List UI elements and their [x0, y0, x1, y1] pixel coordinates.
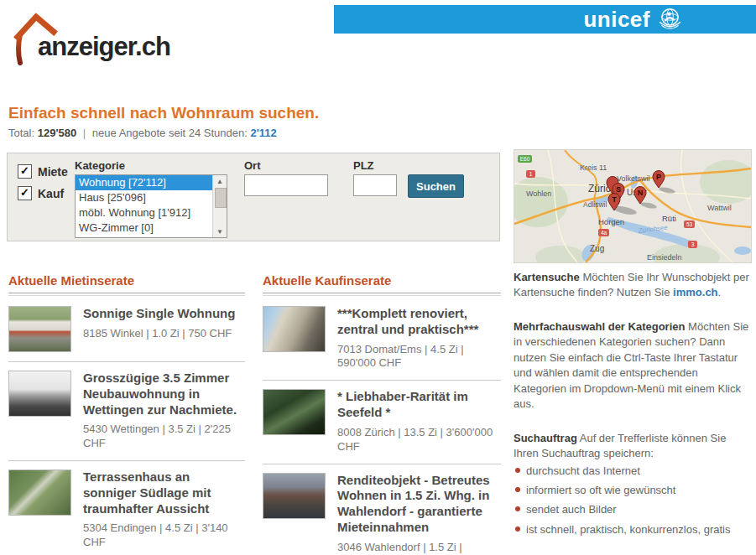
scroll-up-icon[interactable]: ▲ [213, 175, 227, 187]
listbox-option-haus[interactable]: Haus [25'096] [76, 190, 227, 205]
miete-checkbox[interactable] [18, 164, 32, 179]
rent-listing-1[interactable]: Sonnige Single Wohnung 8185 Winkel | 1.0… [8, 298, 245, 362]
map-label-einsiedeln: Einsiedeln [647, 253, 682, 262]
svg-text:3: 3 [691, 241, 695, 247]
page: anzeiger.ch unicef Einfach schnell nach … [0, 0, 756, 555]
svg-text:E60: E60 [520, 156, 530, 162]
svg-text:S: S [616, 185, 621, 194]
listing-meta: 3046 Wahlendorf | 1.5 Zi | 275'000 CHF [337, 541, 501, 555]
rent-listings-section: Aktuelle Mietinserate Sonnige Single Woh… [8, 273, 245, 555]
route-shield-e60: E60 [518, 155, 532, 163]
listing-title[interactable]: ***Komplett renoviert, zentral und prakt… [337, 306, 501, 338]
listbox-scrollbar[interactable]: ▲ ▼ [212, 175, 227, 237]
unicef-globe-icon [656, 6, 684, 34]
listing-thumbnail[interactable] [8, 371, 71, 417]
map-label-rueti: Rüti [662, 214, 676, 223]
logo-text: anzeiger.ch [38, 32, 170, 62]
listbox-option-wohnung[interactable]: Wohnung [72'112] [76, 175, 227, 190]
plz-label: PLZ [353, 159, 374, 172]
kategorie-label: Kategorie [75, 159, 125, 172]
scrollbar-thumb[interactable] [215, 188, 227, 208]
map-label-volketswil: Volketswil [617, 174, 650, 183]
info-column: Kartensuche Möchten Sie Ihr Wunschobjekt… [514, 270, 750, 555]
divider [8, 293, 245, 296]
listing-thumbnail[interactable] [8, 306, 71, 352]
rent-section-title: Aktuelle Mietinserate [8, 273, 245, 288]
buy-listings-section: Aktuelle Kaufinserate ***Komplett renovi… [263, 273, 501, 555]
rent-listing-2[interactable]: Grosszügige 3.5 Zimmer Neubauwohnung in … [8, 362, 245, 461]
svg-text:P: P [656, 173, 661, 181]
miete-checkbox-row: Miete [18, 164, 68, 179]
page-title: Einfach schnell nach Wohnraum suchen. [8, 104, 319, 122]
miete-checkbox-label: Miete [38, 165, 68, 179]
listing-title[interactable]: * Liebhaber-Rarität im Seefeld * [337, 389, 501, 421]
map-widget[interactable]: Kreis 11 Zürich Volketswil Uster Wohlen … [514, 149, 752, 263]
unicef-banner[interactable]: unicef [334, 5, 756, 34]
buy-listing-1[interactable]: ***Komplett renoviert, zentral und prakt… [263, 298, 501, 381]
route-shield-3: 3 [688, 241, 697, 248]
ort-input[interactable] [244, 174, 328, 196]
listing-title[interactable]: Terrassenhaus an sonniger Südlage mit tr… [83, 469, 245, 516]
listbox-option-moebl-wohnung[interactable]: möbl. Wohnung [1'912] [76, 205, 227, 220]
route-shield-4a: 4a [598, 229, 609, 236]
map-label-horgen: Horgen [598, 217, 624, 226]
mehrfachauswahl-block: Mehrfachauswahl der Kategorien Möchten S… [514, 319, 750, 412]
svg-text:4a: 4a [601, 230, 607, 236]
listbox-option-wg-zimmer[interactable]: WG-Zimmer [0] [76, 220, 227, 236]
listing-meta: 5430 Wettingen | 3.5 Zi | 2'225 CHF [83, 423, 245, 451]
suchauftrag-title: Suchauftrag [514, 432, 577, 444]
listing-meta: 7013 Domat/Ems | 4.5 Zi | 590'000 CHF [337, 343, 501, 371]
kartensuche-title: Kartensuche [514, 271, 580, 283]
kartensuche-suffix: . [718, 286, 722, 298]
map-label-wattwil: Wattwil [707, 204, 732, 212]
listing-title[interactable]: Renditeobjekt - Betreutes Wohnen in 1.5 … [337, 473, 501, 536]
buy-listing-3[interactable]: Renditeobjekt - Betreutes Wohnen in 1.5 … [263, 464, 501, 555]
suchauftrag-bullet-list: durchsucht das Internet informiert so of… [514, 464, 750, 538]
listing-thumbnail[interactable] [263, 473, 326, 519]
listing-thumbnail[interactable] [8, 469, 71, 516]
kauf-checkbox-label: Kauf [38, 187, 64, 200]
totals-line: Total: 129'580 | neue Angebote seit 24 S… [8, 127, 277, 139]
search-panel: Miete Kauf Kategorie Wohnung [72'112] Ha… [7, 153, 500, 241]
listing-meta: 8008 Zürich | 13.5 Zi | 3'600'000 CHF [337, 426, 501, 454]
svg-text:N: N [638, 189, 644, 197]
total-value: 129'580 [38, 127, 76, 139]
kategorie-listbox[interactable]: Wohnung [72'112] Haus [25'096] möbl. Woh… [75, 174, 227, 238]
bullet-item: sendet auch Bilder [514, 502, 750, 517]
route-shield-1: 1 [526, 170, 535, 178]
buy-section-title: Aktuelle Kaufinserate [263, 273, 501, 288]
bullet-item: ist schnell, praktisch, konkurrenzlos, g… [514, 522, 750, 537]
listing-thumbnail[interactable] [263, 306, 326, 352]
mehrfachauswahl-text: Möchten Sie in verschiedenen Kategorien … [514, 320, 748, 410]
map-label-adliswil: Adliswil [583, 200, 607, 209]
map-label-zug: Zug [590, 244, 604, 253]
scroll-down-icon[interactable]: ▼ [213, 226, 227, 237]
separator: | [80, 127, 89, 139]
kauf-checkbox[interactable] [18, 186, 32, 200]
mehrfachauswahl-title: Mehrfachauswahl der Kategorien [514, 320, 685, 333]
svg-text:T: T [612, 195, 617, 204]
total-label: Total: [8, 127, 34, 139]
suchen-button[interactable]: Suchen [408, 174, 464, 198]
route-shield-53: 53 [684, 220, 695, 228]
suchauftrag-block: Suchauftrag Auf der Trefferliste können … [514, 431, 750, 538]
listing-thumbnail[interactable] [263, 389, 326, 435]
immo-ch-link[interactable]: immo.ch [673, 286, 717, 298]
map-label-wohlen: Wohlen [526, 189, 551, 198]
svg-text:53: 53 [686, 221, 693, 227]
listing-title[interactable]: Grosszügige 3.5 Zimmer Neubauwohnung in … [83, 371, 245, 418]
anzeiger-logo[interactable]: anzeiger.ch [10, 10, 203, 67]
listing-meta: 5304 Endingen | 4.5 Zi | 3'140 CHF [83, 521, 245, 550]
ort-label: Ort [244, 159, 261, 172]
buy-listing-2[interactable]: * Liebhaber-Rarität im Seefeld * 8008 Zü… [263, 381, 501, 464]
kauf-checkbox-row: Kauf [18, 186, 64, 200]
bullet-item: informiert so oft wie gewünscht [514, 483, 750, 498]
divider [263, 293, 501, 296]
listing-title[interactable]: Sonnige Single Wohnung [83, 306, 235, 322]
rent-listing-3[interactable]: Terrassenhaus an sonniger Südlage mit tr… [8, 461, 245, 555]
unicef-wordmark: unicef [583, 8, 650, 30]
plz-input[interactable] [353, 174, 397, 196]
map-label-kreis11: Kreis 11 [580, 163, 607, 172]
kartensuche-block: Kartensuche Möchten Sie Ihr Wunschobjekt… [514, 270, 750, 301]
new-offers-link[interactable]: 2'112 [251, 127, 277, 139]
